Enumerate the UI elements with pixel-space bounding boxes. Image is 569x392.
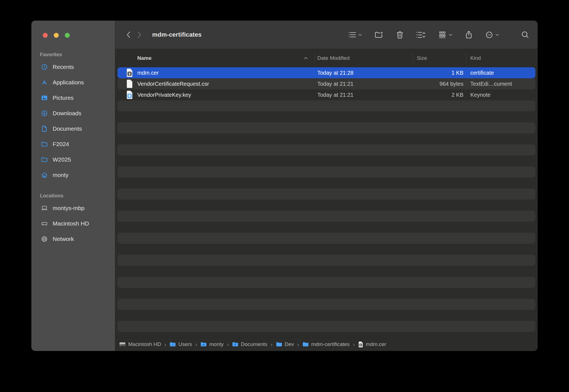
path-item-monty[interactable]: monty <box>200 341 224 347</box>
path-item-label: Documents <box>241 341 267 347</box>
path-separator: › <box>227 341 229 348</box>
file-kind: Keynote <box>470 89 490 100</box>
empty-row <box>117 277 535 288</box>
sidebar-item-f2024[interactable]: F2024 <box>31 136 115 152</box>
certificate-doc-icon <box>126 67 133 78</box>
folder-icon <box>41 156 48 163</box>
sidebar-item-label: Network <box>53 236 74 242</box>
sidebar-item-downloads[interactable]: Downloads <box>31 106 115 121</box>
column-header-name[interactable]: Name <box>137 49 152 67</box>
column-divider[interactable] <box>413 53 413 63</box>
empty-row <box>117 111 535 122</box>
column-header-size[interactable]: Size <box>417 49 427 67</box>
list-view-button[interactable] <box>348 31 362 38</box>
column-divider[interactable] <box>466 53 466 63</box>
sidebar-item-network[interactable]: Network <box>31 231 115 247</box>
group-view-button[interactable] <box>438 31 452 38</box>
path-item-label: Dev <box>285 341 294 347</box>
sidebar-item-monty[interactable]: monty <box>31 167 115 183</box>
chevron-down-icon <box>449 34 452 36</box>
sidebar-item-label: W2025 <box>53 156 71 163</box>
more-actions-button[interactable] <box>485 31 499 39</box>
column-header-date-modified[interactable]: Date Modified <box>317 49 350 67</box>
new-folder-button[interactable] <box>375 31 383 39</box>
sidebar-item-macintosh-hd[interactable]: Macintosh HD <box>31 216 115 231</box>
sidebar-item-w2025[interactable]: W2025 <box>31 152 115 167</box>
file-date: Today at 21:28 <box>317 67 353 78</box>
empty-row <box>117 155 535 167</box>
path-item-label: mdm-certificates <box>311 341 350 347</box>
folder-icon <box>302 342 309 347</box>
forward-button[interactable] <box>134 28 145 41</box>
empty-row <box>117 178 535 189</box>
download-circle-icon <box>41 109 48 117</box>
empty-row <box>117 321 535 332</box>
certificate-doc-icon <box>358 341 363 348</box>
back-button[interactable] <box>123 28 134 41</box>
toolbar-actions <box>348 31 529 39</box>
path-separator: › <box>195 341 197 348</box>
share-button[interactable] <box>465 31 473 39</box>
empty-row <box>117 288 535 299</box>
home-icon <box>41 171 48 179</box>
file-row-mdm-cer[interactable]: mdm.cer Today at 21:28 1 KB certificate <box>117 67 535 78</box>
empty-row <box>117 244 535 255</box>
sidebar-item-recents[interactable]: Recents <box>31 59 115 75</box>
traffic-lights <box>31 21 115 50</box>
file-name: VendorPrivateKey.key <box>137 89 191 100</box>
path-item-dev[interactable]: Dev <box>276 341 294 347</box>
sidebar-item-label: F2024 <box>53 141 69 147</box>
pictures-icon <box>41 94 48 102</box>
list-header: Name Date Modified Size Kind <box>115 49 538 67</box>
sort-ascending-icon <box>304 49 308 67</box>
empty-row <box>117 200 535 211</box>
empty-rows <box>115 100 538 332</box>
empty-row <box>117 211 535 222</box>
column-divider[interactable] <box>315 53 315 63</box>
file-size: 1 KB <box>403 67 463 78</box>
empty-row <box>117 122 535 133</box>
toolbar: mdm-certificates <box>115 21 538 49</box>
sort-list-button[interactable] <box>416 31 425 39</box>
keynote-doc-icon <box>126 89 133 100</box>
path-separator: › <box>271 341 273 348</box>
globe-icon <box>41 235 48 243</box>
document-icon <box>41 125 48 133</box>
path-separator: › <box>297 341 299 348</box>
folder-home-icon <box>200 342 207 347</box>
sidebar-item-label: Applications <box>53 79 84 86</box>
close-button[interactable] <box>43 33 48 38</box>
file-date: Today at 21:21 <box>317 89 353 100</box>
search-button[interactable] <box>521 31 529 39</box>
path-item-macintosh-hd[interactable]: Macintosh HD <box>119 341 161 347</box>
empty-row <box>117 299 535 310</box>
path-item-mdm-cer[interactable]: mdm.cer <box>358 341 386 348</box>
column-header-kind[interactable]: Kind <box>470 49 481 67</box>
minimize-button[interactable] <box>54 33 59 38</box>
sidebar-item-applications[interactable]: Applications <box>31 75 115 90</box>
file-row-vendor-certificate-request[interactable]: VendorCertificateRequest.csr Today at 21… <box>117 78 535 89</box>
file-row-vendor-private-key[interactable]: VendorPrivateKey.key Today at 21:21 2 KB… <box>117 89 535 100</box>
empty-row <box>117 144 535 155</box>
sidebar-item-pictures[interactable]: Pictures <box>31 90 115 106</box>
zoom-button[interactable] <box>65 33 70 38</box>
path-item-users[interactable]: Users <box>170 341 192 347</box>
file-name: mdm.cer <box>137 67 159 78</box>
window-title: mdm-certificates <box>152 31 202 38</box>
path-item-mdm-certificates[interactable]: mdm-certificates <box>302 341 350 347</box>
laptop-icon <box>41 204 48 212</box>
clock-icon <box>41 63 48 71</box>
sidebar-item-montys-mbp[interactable]: montys-mbp <box>31 200 115 216</box>
main-area: mdm-certificates <box>115 21 538 351</box>
empty-row <box>117 167 535 178</box>
path-item-documents[interactable]: Documents <box>232 341 267 347</box>
file-kind: TextEdi…cument <box>470 78 512 89</box>
sidebar-item-documents[interactable]: Documents <box>31 121 115 136</box>
folder-icon <box>276 342 282 347</box>
empty-row <box>117 189 535 200</box>
folder-icon <box>41 140 48 148</box>
empty-row <box>117 310 535 321</box>
path-separator: › <box>164 341 166 348</box>
file-size: 964 bytes <box>403 78 463 89</box>
delete-button[interactable] <box>396 31 404 39</box>
